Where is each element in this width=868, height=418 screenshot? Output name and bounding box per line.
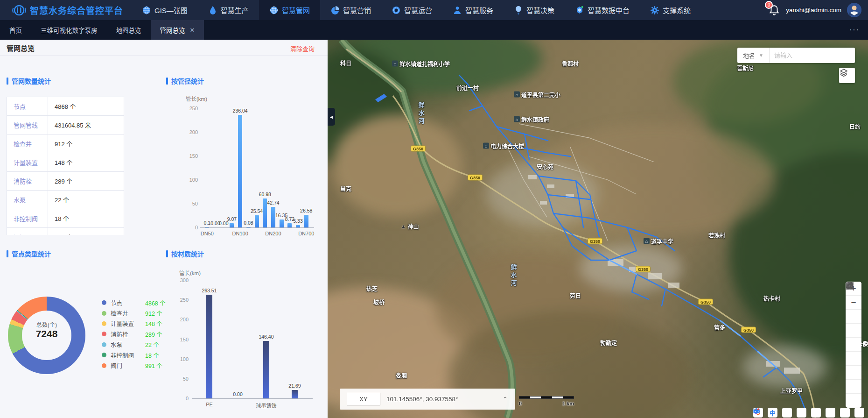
tab-more-button[interactable]: ··· (841, 20, 868, 40)
measure-distance-button[interactable] (846, 310, 861, 324)
pie-chart-icon (330, 6, 340, 15)
nav-item-3[interactable]: 智慧管网 (259, 0, 320, 20)
game-center-icon[interactable] (854, 408, 864, 418)
y-tick-label: 200 (177, 129, 198, 135)
road-badge-g350: G350 (741, 327, 756, 333)
notification-bell-icon[interactable]: 0 (768, 4, 780, 16)
legend-item[interactable]: 阀门991 个 (102, 360, 166, 370)
home-button[interactable] (846, 394, 861, 408)
soft-keyboard-icon[interactable] (811, 408, 821, 418)
legend-list-button[interactable] (846, 352, 861, 366)
tab-bar: 首页三维可视化数字泵房地图总览管网总览✕··· (0, 20, 868, 40)
map-place-label: ⌂鲜水镇道扎福利小学 (392, 60, 450, 68)
measure-area-button[interactable] (846, 324, 861, 338)
tab-2[interactable]: 三维可视化数字泵房 (31, 20, 107, 40)
clear-query-button[interactable]: 清除查询 (290, 44, 315, 53)
skin-palette-icon[interactable] (782, 408, 792, 418)
nav-item-label: 智慧运营 (404, 5, 432, 15)
nav-item-label: 支撑系统 (663, 5, 691, 15)
app-title: 智慧水务综合管控平台 (30, 4, 123, 16)
legend-item[interactable]: 计量装置148 个 (102, 319, 166, 329)
bar (271, 207, 275, 227)
map-label-text: 娄厢 (396, 371, 407, 379)
table-row: 管网管线431604.85 米 (7, 116, 124, 135)
bar (255, 215, 259, 227)
legend-item[interactable]: 非控制阀18 个 (102, 350, 166, 360)
nav-item-label: 智慧决策 (526, 5, 554, 15)
zh-mode-icon[interactable]: 中 (768, 408, 777, 418)
layer-compare-button[interactable] (846, 366, 861, 380)
table-row: 阀门991 个 (7, 228, 124, 235)
legend-label: 水泵 (111, 340, 145, 349)
section-title-count: 管网数量统计 (7, 76, 51, 85)
zoom-out-button[interactable]: − (846, 296, 861, 310)
search-category-dropdown[interactable]: 地名 ▼ (737, 48, 770, 63)
nav-item-5[interactable]: 智慧运营 (381, 0, 442, 20)
globe-icon (142, 6, 151, 15)
nav-item-label: 智慧服务 (465, 5, 493, 15)
nav-item-7[interactable]: 智慧决策 (504, 0, 565, 20)
bar-value-label: 26.58 (300, 208, 312, 213)
chevron-up-icon[interactable]: ⌃ (503, 396, 508, 403)
road-badge-g350: G350 (468, 175, 483, 181)
bar-value-label: 0.08 (244, 220, 253, 226)
user-avatar[interactable] (847, 3, 861, 17)
legend-item[interactable]: 检查井912 个 (102, 308, 166, 318)
legend-item[interactable]: 节点4868 个 (102, 298, 166, 308)
school-poi-icon: ⌂ (514, 92, 520, 98)
tab-close-icon[interactable]: ✕ (190, 27, 195, 34)
nav-item-8[interactable]: 智慧数据中台 (565, 0, 640, 20)
bulb-icon (514, 6, 523, 15)
stats-table-wrap: 节点4868 个管网管线431604.85 米检查井912 个计量装置148 个… (7, 97, 125, 235)
legend-count: 148 个 (145, 319, 162, 328)
map-label-text: 道孚县第二完小 (521, 91, 560, 99)
voice-mic-icon[interactable] (797, 408, 806, 418)
map-label-text: 日约 (849, 122, 861, 130)
nav-item-6[interactable]: 智慧服务 (442, 0, 504, 20)
sogou-pet-icon[interactable] (840, 408, 850, 418)
nav-item-2[interactable]: 智慧生产 (198, 0, 259, 20)
x-tick-label: DN200 (265, 231, 281, 236)
diameter-bar-chart: 管长(km)2502001501005000.10.000.009.07236.… (177, 86, 324, 238)
map-label-text: 道孚中学 (651, 237, 673, 245)
section-title-type: 管点类型统计 (7, 249, 51, 258)
bar-value-label: 60.98 (259, 191, 271, 197)
map-label-text: 鲁都村 (562, 59, 579, 67)
nav-item-1[interactable]: GIS—张图 (132, 0, 198, 20)
table-row: 消防栓289 个 (7, 172, 124, 191)
table-row: 节点4868 个 (7, 97, 124, 116)
nav-item-label: 智慧数据中台 (588, 5, 630, 15)
y-axis-label: 管长(km) (179, 269, 201, 276)
smart-water-platform: 智慧水务综合管控平台 GIS—张图智慧生产智慧管网智慧营销智慧运营智慧服务智慧决… (0, 0, 868, 418)
y-axis-label: 管长(km) (186, 95, 207, 102)
legend-item[interactable]: 水泵22 个 (102, 340, 166, 350)
basemap-globe-button[interactable] (846, 380, 861, 394)
toolbox-wrench-icon[interactable] (826, 408, 835, 418)
layers-button[interactable] (839, 68, 855, 83)
y-tick-label: 0 (168, 396, 189, 401)
x-tick-label: DN100 (232, 231, 248, 236)
user-email[interactable]: yanshi@admin.com (786, 7, 841, 14)
nav-item-9[interactable]: 支撑系统 (640, 0, 701, 20)
panel-collapse-arrow[interactable]: ◄ (328, 108, 335, 126)
tab-4[interactable]: 管网总览✕ (151, 20, 204, 40)
tab-1[interactable]: 首页 (0, 20, 31, 40)
tab-3[interactable]: 地图总览 (107, 20, 151, 40)
map-place-label: ⌂道孚中学 (644, 237, 673, 245)
bar-value-label: 5.33 (293, 218, 302, 224)
school-poi-icon: ⌂ (392, 61, 398, 67)
map-label-text: 科日 (340, 59, 351, 67)
legend-item[interactable]: 消防栓289 个 (102, 329, 166, 339)
x-tick-label: DN50 (201, 231, 214, 236)
search-input[interactable] (770, 52, 855, 59)
map-place-label: 热卡村 (763, 294, 780, 302)
map-label-text: 坡桥 (373, 298, 385, 306)
coordinate-mode-button[interactable]: XY (347, 393, 380, 405)
tab-label: 首页 (9, 25, 22, 35)
print-button[interactable] (846, 338, 861, 352)
bar (292, 390, 298, 398)
legend-color-dot (102, 300, 106, 305)
nav-item-4[interactable]: 智慧营销 (320, 0, 381, 20)
map-canvas[interactable]: 科日⌂鲜水镇道扎福利小学鲁都村吾斯尼前进一村⌂道孚县第二完小⌂鲜水镇政府日约⌂电… (328, 40, 868, 418)
legend-count: 289 个 (145, 330, 162, 339)
